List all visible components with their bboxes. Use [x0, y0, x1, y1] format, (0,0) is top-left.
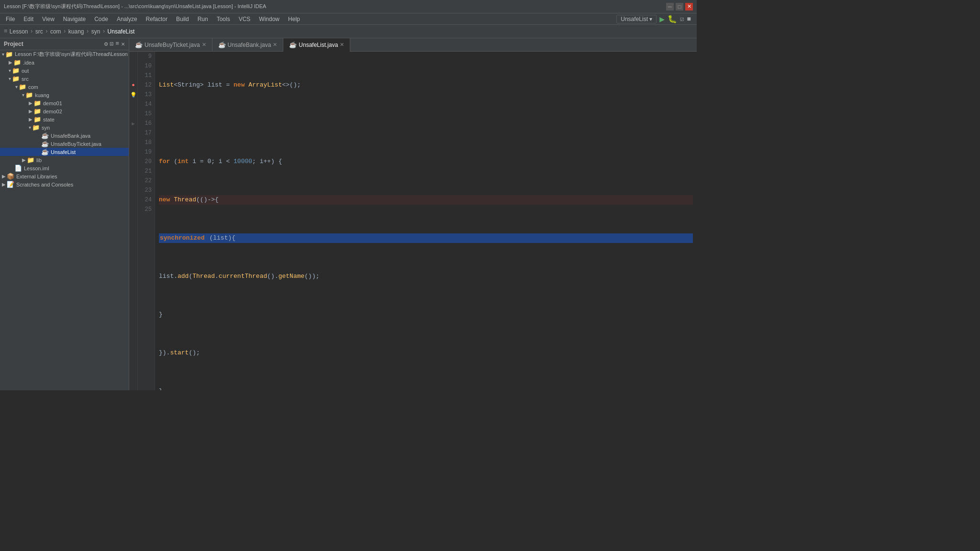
linenum-24: 24	[141, 195, 152, 205]
menu-code[interactable]: Code	[90, 15, 112, 23]
debug-button[interactable]: 🐛	[668, 14, 677, 24]
gutter-23	[129, 186, 137, 195]
run-button[interactable]: ▶	[659, 14, 665, 24]
tab-unsafebuyticket[interactable]: ☕ UnsafeBuyTicket.java ✕	[129, 38, 212, 52]
panel-settings-icon[interactable]: ⚙	[104, 40, 108, 48]
tree-item-lib[interactable]: ▶ 📁 lib	[0, 156, 129, 164]
tab-close-unsafelist[interactable]: ✕	[340, 42, 344, 48]
tree-item-external-libs[interactable]: ▶ 📦 External Libraries	[0, 172, 129, 180]
close-button[interactable]: ✕	[685, 3, 693, 11]
linenum-19: 19	[141, 147, 152, 157]
gutter-20	[129, 157, 137, 166]
tab-unsafelist[interactable]: ☕ UnsafeList.java ✕	[283, 38, 350, 52]
tree-item-lesson[interactable]: ▾ 📁 Lesson F:\数字班级\syn课程代码\Thread\Lesson	[0, 50, 129, 58]
linenum-15: 15	[141, 109, 152, 119]
panel-close-icon[interactable]: ✕	[121, 40, 125, 48]
menu-run[interactable]: Run	[194, 15, 212, 23]
linenum-9: 9	[141, 52, 152, 61]
menu-vcs[interactable]: VCS	[235, 15, 255, 23]
linenum-20: 20	[141, 157, 152, 166]
menu-refactor[interactable]: Refactor	[142, 15, 171, 23]
tree-item-unsafebuyticket[interactable]: ☕ UnsafeBuyTicket.java	[0, 140, 129, 148]
tree-item-com[interactable]: ▾ 📁 com	[0, 83, 129, 91]
tree-item-state[interactable]: ▶ 📁 state	[0, 115, 129, 123]
linenum-16: 16	[141, 119, 152, 128]
linenum-17: 17	[141, 128, 152, 138]
breadcrumb-kuang: kuang	[68, 28, 84, 35]
tree-item-out[interactable]: ▾ 📁 out	[0, 66, 129, 75]
menu-edit[interactable]: Edit	[20, 15, 37, 23]
run-config-dropdown[interactable]: UnsafeList ▾	[616, 15, 657, 23]
editor-tabs: ☕ UnsafeBuyTicket.java ✕ ☕ UnsafeBank.ja…	[129, 38, 697, 52]
breadcrumb-unsafelist: UnsafeList	[108, 28, 135, 35]
linenum-23: 23	[141, 186, 152, 195]
menu-navigate[interactable]: Navigate	[59, 15, 89, 23]
code-line-10	[159, 119, 693, 128]
linenum-25: 25	[141, 205, 152, 214]
tab-close-unsafebuyticket[interactable]: ✕	[202, 42, 206, 48]
menu-tools[interactable]: Tools	[213, 15, 234, 23]
gutter-21	[129, 166, 137, 176]
menu-file[interactable]: File	[2, 15, 19, 23]
tab-unsafebank[interactable]: ☕ UnsafeBank.java ✕	[212, 38, 284, 52]
linenum-18: 18	[141, 138, 152, 147]
breadcrumb-com: com	[50, 28, 61, 35]
tree-item-unsafebank[interactable]: ☕ UnsafeBank.java	[0, 132, 129, 140]
tree-item-idea[interactable]: ▶ 📁 .idea	[0, 58, 129, 66]
minimize-button[interactable]: ─	[666, 3, 674, 11]
menu-bar: File Edit View Navigate Code Analyze Ref…	[0, 13, 697, 25]
coverage-button[interactable]: ☑	[680, 15, 684, 23]
tree-item-demo02[interactable]: ▶ 📁 demo02	[0, 107, 129, 115]
gutter-19	[129, 147, 137, 157]
gutter-11	[129, 71, 137, 80]
code-area[interactable]: ● 💡 ▶	[129, 52, 697, 390]
run-icon-16: ▶	[132, 121, 135, 127]
title-bar-controls: ─ □ ✕	[666, 3, 693, 11]
maximize-button[interactable]: □	[676, 3, 683, 11]
tree-root: ▾ 📁 Lesson F:\数字班级\syn课程代码\Thread\Lesson…	[0, 50, 129, 188]
menu-help[interactable]: Help	[284, 15, 304, 23]
menu-window[interactable]: Window	[255, 15, 283, 23]
menu-build[interactable]: Build	[172, 15, 193, 23]
code-content[interactable]: List<String> list = new ArrayList<>(); f…	[155, 52, 697, 390]
tree-item-demo01[interactable]: ▶ 📁 demo01	[0, 99, 129, 107]
panel-expand-icon[interactable]: ⊡	[110, 40, 114, 48]
error-icon-12: ●	[132, 82, 135, 88]
project-panel: Project ⚙ ⊡ ≡ ✕ ▾ 📁 Lesson F:\数字班级\syn课程…	[0, 38, 129, 390]
breadcrumb-syn: syn	[91, 28, 100, 35]
gutter-9	[129, 52, 137, 61]
title-bar: Lesson [F:\数字班级\syn课程代码\Thread\Lesson] -…	[0, 0, 697, 13]
tree-item-src[interactable]: ▾ 📁 src	[0, 75, 129, 83]
gutter-14	[129, 99, 137, 109]
main-layout: Project ⚙ ⊡ ≡ ✕ ▾ 📁 Lesson F:\数字班级\syn课程…	[0, 38, 697, 390]
gutter-16: ▶	[129, 119, 137, 128]
code-line-15: }	[159, 310, 693, 320]
linenum-12: 12	[141, 80, 152, 90]
panel-gear-icon[interactable]: ≡	[115, 40, 119, 48]
nav-back-icon[interactable]: ≡	[4, 28, 8, 35]
panel-icons: ⚙ ⊡ ≡ ✕	[104, 40, 125, 48]
menu-analyze[interactable]: Analyze	[113, 15, 141, 23]
code-line-9: List<String> list = new ArrayList<>();	[159, 80, 693, 90]
code-line-16: }).start();	[159, 348, 693, 358]
run-toolbar-main: UnsafeList ▾ ▶ 🐛 ☑ ■	[616, 14, 695, 24]
linenum-14: 14	[141, 99, 152, 109]
tree-item-unsafelist[interactable]: ☕ UnsafeList	[0, 148, 129, 156]
code-line-11: for (int i = 0; i < 10000; i++) {	[159, 157, 693, 166]
gutter-12: ●	[129, 80, 137, 90]
stop-button[interactable]: ■	[687, 15, 691, 23]
code-line-12: new Thread(()->{	[159, 195, 693, 205]
tree-item-scratches[interactable]: ▶ 📝 Scratches and Consoles	[0, 180, 129, 188]
warn-icon-13: 💡	[130, 92, 137, 98]
code-line-17: }	[159, 386, 693, 390]
tab-close-unsafebank[interactable]: ✕	[273, 42, 277, 48]
menu-view[interactable]: View	[38, 15, 58, 23]
tree-item-syn[interactable]: ▾ 📁 syn	[0, 123, 129, 132]
tree-item-kuang[interactable]: ▾ 📁 kuang	[0, 91, 129, 99]
linenum-13: 13	[141, 90, 152, 99]
tree-item-lesson-iml[interactable]: 📄 Lesson.iml	[0, 164, 129, 172]
gutter-17	[129, 128, 137, 138]
gutter-13: 💡	[129, 90, 137, 99]
code-line-13: synchronized (list){	[159, 233, 693, 243]
editor-area: ☕ UnsafeBuyTicket.java ✕ ☕ UnsafeBank.ja…	[129, 38, 697, 390]
